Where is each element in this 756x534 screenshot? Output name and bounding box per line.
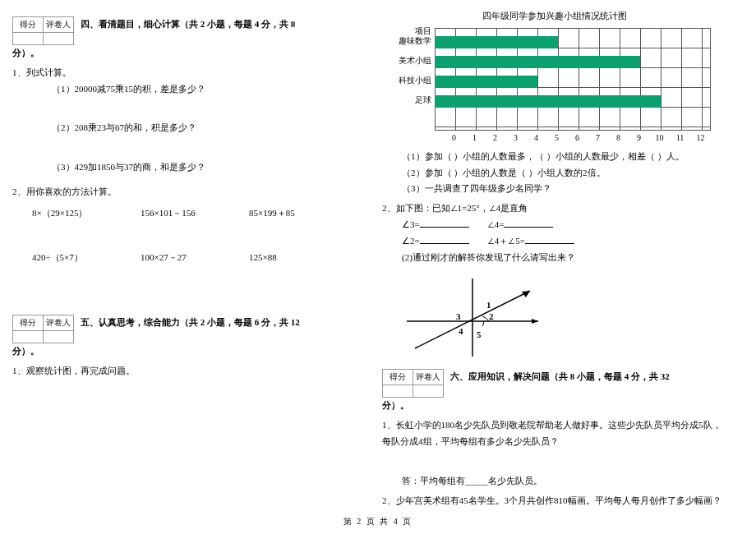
chart-x-axis: 0123456789101112 — [444, 131, 711, 145]
angle-line1: ∠3= ∠4= — [382, 217, 727, 233]
chart-q-a: （1）参加（ ）小组的人数最多，（ ）小组的人数最少，相差（ ）人。 — [382, 149, 727, 165]
section-5-title-cont: 分）。 — [12, 343, 357, 360]
s4-q2-row1: 8×（29×125）156×101－15685×199＋85 — [12, 205, 357, 222]
bar-3 — [435, 95, 661, 108]
chart-q-c: （3）一共调查了四年级多少名同学？ — [382, 181, 727, 197]
chart-title: 四年级同学参加兴趣小组情况统计图 — [399, 8, 711, 25]
s4-q1-a: （1）20000减75乘15的积，差是多少？ — [12, 81, 357, 98]
bar-2 — [435, 76, 537, 88]
s6-q1: 1、长虹小学的180名少先队员到敬老院帮助老人做好事。这些少先队员平均分成5队，… — [382, 417, 727, 450]
score-box-6: 得分评卷人 — [382, 369, 444, 398]
score-box-4: 得分评卷人 — [12, 16, 74, 45]
angle-intro: 2、如下图：已知∠1=25°，∠4是直角 — [382, 200, 727, 217]
s6-ans1: 答：平均每组有_____名少先队员。 — [382, 473, 727, 490]
svg-marker-8 — [532, 319, 538, 324]
chart-grid — [435, 28, 711, 131]
svg-text:1: 1 — [486, 300, 491, 310]
bar-0 — [435, 36, 558, 48]
section-5-title: 五、认真思考，综合能力（共 2 小题，每题 6 分，共 12 — [81, 315, 300, 331]
svg-text:2: 2 — [489, 311, 494, 321]
section-4-title: 四、看清题目，细心计算（共 2 小题，每题 4 分，共 8 — [81, 16, 295, 33]
section-4-title-cont: 分）。 — [12, 45, 357, 62]
section-6-title: 六、应用知识，解决问题（共 8 小题，每题 4 分，共 32 — [450, 369, 670, 385]
s4-q1-c: （3）429加1850与37的商，和是多少？ — [12, 159, 357, 176]
interest-group-chart: 四年级同学参加兴趣小组情况统计图 项目 趣味数学 美术小组 科技小组 足球 01… — [399, 8, 711, 145]
s4-q2-label: 2、用你喜欢的方法计算。 — [12, 184, 357, 200]
score-box-5: 得分评卷人 — [12, 315, 74, 343]
chart-q-b: （2）参加（ ）小组的人数是（ ）小组人数的2倍。 — [382, 165, 727, 182]
s6-q2: 2、少年宫美术组有45名学生。3个月共创作810幅画。平均每人每月创作了多少幅画… — [382, 493, 727, 509]
svg-text:5: 5 — [477, 329, 482, 339]
section-6-title-cont: 分）。 — [382, 398, 727, 414]
s4-q1-label: 1、列式计算。 — [12, 65, 357, 81]
svg-text:4: 4 — [459, 326, 463, 336]
s4-q2-row2: 420÷（5×7）100×27－27125×88 — [12, 250, 357, 266]
bar-1 — [435, 56, 640, 68]
s5-q1: 1、观察统计图，再完成问题。 — [12, 363, 357, 380]
s4-q1-b: （2）208乘23与67的和，积是多少？ — [12, 120, 357, 136]
angle-line3: (2)通过刚才的解答你发现了什么请写出来？ — [382, 250, 727, 266]
chart-y-labels: 项目 趣味数学 美术小组 科技小组 足球 — [399, 28, 435, 131]
svg-text:3: 3 — [456, 311, 461, 321]
angle-diagram: 1 2 3 4 5 — [407, 270, 530, 361]
page-footer: 第 2 页 共 4 页 — [0, 514, 756, 529]
angle-line2: ∠2= ∠4＋∠5= — [382, 233, 727, 250]
